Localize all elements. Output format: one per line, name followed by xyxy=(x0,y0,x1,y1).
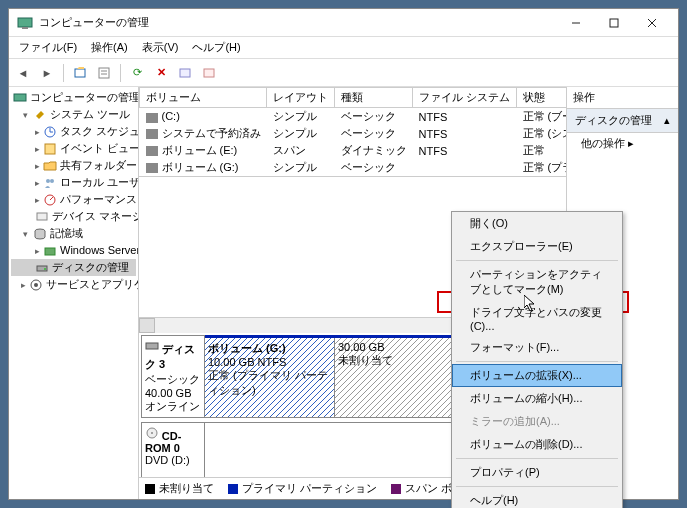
legend-unalloc: 未割り当て xyxy=(145,481,214,496)
tree-users[interactable]: ▸ローカル ユーザーとグループ xyxy=(11,174,136,191)
menu-view[interactable]: 表示(V) xyxy=(136,38,185,57)
partition-g[interactable]: ボリューム (G:) 10.00 GB NTFS 正常 (プライマリ パーティシ… xyxy=(205,338,335,417)
tree-systools[interactable]: ▾システム ツール xyxy=(11,106,136,123)
svg-point-15 xyxy=(46,179,50,183)
menu-explorer[interactable]: エクスプローラー(E) xyxy=(452,235,622,258)
actions-more[interactable]: 他の操作 ▸ xyxy=(567,133,678,154)
cursor-icon xyxy=(524,295,538,313)
menu-file[interactable]: ファイル(F) xyxy=(13,38,83,57)
wrench-icon xyxy=(33,108,47,122)
swatch xyxy=(145,484,155,494)
actions-header: 操作 xyxy=(567,87,678,109)
forward-icon[interactable]: ► xyxy=(37,63,57,83)
svg-rect-11 xyxy=(204,69,214,77)
device-icon xyxy=(35,210,49,224)
svg-point-24 xyxy=(34,283,38,287)
svg-rect-7 xyxy=(99,68,109,78)
menu-extend-volume[interactable]: ボリュームの拡張(X)... xyxy=(452,364,622,387)
menu-properties[interactable]: プロパティ(P) xyxy=(452,461,622,484)
back-icon[interactable]: ◄ xyxy=(13,63,33,83)
tree-event[interactable]: ▸イベント ビューアー xyxy=(11,140,136,157)
tree-perf[interactable]: ▸パフォーマンス xyxy=(11,191,136,208)
properties-icon[interactable] xyxy=(94,63,114,83)
separator xyxy=(120,64,121,82)
volume-list[interactable]: ボリューム レイアウト 種類 ファイル システム 状態 (C:)シンプルベーシッ… xyxy=(139,87,566,177)
clock-icon xyxy=(43,125,57,139)
volume-row[interactable]: ボリューム (E:)スパンダイナミックNTFS正常 xyxy=(140,142,567,159)
svg-rect-14 xyxy=(45,144,55,154)
svg-rect-18 xyxy=(37,213,47,220)
tree-diskmgmt[interactable]: ディスクの管理 xyxy=(11,259,136,276)
menu-add-mirror: ミラーの追加(A)... xyxy=(452,410,622,433)
menubar: ファイル(F) 操作(A) 表示(V) ヘルプ(H) xyxy=(9,37,678,59)
folder-icon xyxy=(43,159,57,173)
disk-header[interactable]: ディスク 3 ベーシック 40.00 GB オンライン xyxy=(141,335,205,418)
menu-delete-volume[interactable]: ボリュームの削除(D)... xyxy=(452,433,622,456)
volume-row[interactable]: (C:)シンプルベーシックNTFS正常 (ブート, ページ ファイル, クラッシ… xyxy=(140,108,567,126)
collapse-icon[interactable]: ▴ xyxy=(664,114,670,127)
menu-separator xyxy=(456,260,618,261)
col-layout[interactable]: レイアウト xyxy=(267,88,335,108)
svg-rect-6 xyxy=(75,69,85,77)
maximize-button[interactable] xyxy=(596,12,632,34)
disk-icon xyxy=(145,339,159,353)
context-menu: 開く(O) エクスプローラー(E) パーティションをアクティブとしてマーク(M)… xyxy=(451,211,623,508)
swatch xyxy=(391,484,401,494)
scroll-left-icon[interactable] xyxy=(139,318,155,333)
col-fs[interactable]: ファイル システム xyxy=(413,88,517,108)
cdrom-header[interactable]: CD-ROM 0 DVD (D:) メディアなし xyxy=(141,422,205,477)
tree-services[interactable]: ▸サービスとアプリケーション xyxy=(11,276,136,293)
volume-icon xyxy=(146,113,158,123)
menu-separator xyxy=(456,361,618,362)
menu-help[interactable]: ヘルプ(H) xyxy=(186,38,246,57)
col-type[interactable]: 種類 xyxy=(335,88,413,108)
tree-devmgr[interactable]: デバイス マネージャー xyxy=(11,208,136,225)
users-icon xyxy=(43,176,57,190)
svg-rect-1 xyxy=(22,27,28,29)
legend-primary: プライマリ パーティション xyxy=(228,481,377,496)
minimize-button[interactable] xyxy=(558,12,594,34)
app-icon xyxy=(17,15,33,31)
toolbar: ◄ ► ⟳ ✕ xyxy=(9,59,678,87)
storage-icon xyxy=(33,227,47,241)
services-icon xyxy=(29,278,43,292)
cdrom-icon xyxy=(145,426,159,440)
up-icon[interactable] xyxy=(70,63,90,83)
tree-task[interactable]: ▸タスク スケジューラ xyxy=(11,123,136,140)
menu-open[interactable]: 開く(O) xyxy=(452,212,622,235)
tree-shared[interactable]: ▸共有フォルダー xyxy=(11,157,136,174)
svg-point-29 xyxy=(151,432,153,434)
computer-management-window: コンピューターの管理 ファイル(F) 操作(A) 表示(V) ヘルプ(H) ◄ … xyxy=(8,8,679,500)
svg-rect-10 xyxy=(180,69,190,77)
col-volume[interactable]: ボリューム xyxy=(140,88,267,108)
col-status[interactable]: 状態 xyxy=(517,88,566,108)
volume-row[interactable]: システムで予約済みシンプルベーシックNTFS正常 (システム, アクティブ, プ… xyxy=(140,125,567,142)
menu-shrink-volume[interactable]: ボリュームの縮小(H)... xyxy=(452,387,622,410)
svg-rect-3 xyxy=(610,19,618,27)
close-button[interactable] xyxy=(634,12,670,34)
navigation-tree[interactable]: コンピューターの管理 (ローカル) ▾システム ツール ▸タスク スケジューラ … xyxy=(9,87,139,499)
tree-root[interactable]: コンピューターの管理 (ローカル) xyxy=(11,89,136,106)
actions-section[interactable]: ディスクの管理▴ xyxy=(567,109,678,133)
help-icon[interactable] xyxy=(175,63,195,83)
delete-icon[interactable]: ✕ xyxy=(151,63,171,83)
svg-rect-0 xyxy=(18,18,32,27)
tree-wsbackup[interactable]: ▸Windows Server バックア xyxy=(11,242,136,259)
refresh-icon[interactable]: ⟳ xyxy=(127,63,147,83)
svg-rect-25 xyxy=(146,343,158,349)
menu-separator xyxy=(456,486,618,487)
tree-storage[interactable]: ▾記憶域 xyxy=(11,225,136,242)
svg-point-16 xyxy=(50,179,54,183)
event-icon xyxy=(43,142,57,156)
menu-separator xyxy=(456,458,618,459)
list-icon[interactable] xyxy=(199,63,219,83)
menu-action[interactable]: 操作(A) xyxy=(85,38,134,57)
swatch xyxy=(228,484,238,494)
menu-help[interactable]: ヘルプ(H) xyxy=(452,489,622,508)
volume-icon xyxy=(146,129,158,139)
svg-rect-20 xyxy=(45,248,55,255)
menu-format[interactable]: フォーマット(F)... xyxy=(452,336,622,359)
volume-row[interactable]: ボリューム (G:)シンプルベーシック正常 (プライマリ パーティション) xyxy=(140,159,567,176)
window-title: コンピューターの管理 xyxy=(39,15,558,30)
chevron-right-icon: ▸ xyxy=(628,137,634,149)
